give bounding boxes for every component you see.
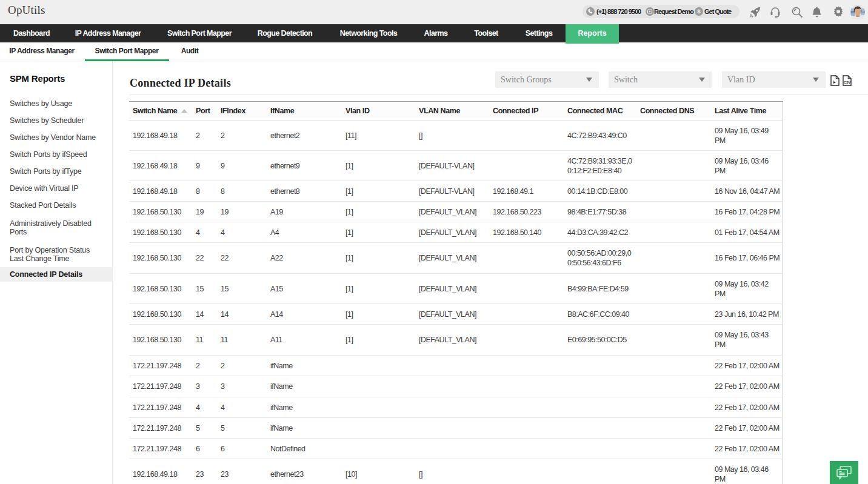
- svg-text:$: $: [697, 8, 701, 15]
- svg-text:CSV: CSV: [844, 81, 850, 84]
